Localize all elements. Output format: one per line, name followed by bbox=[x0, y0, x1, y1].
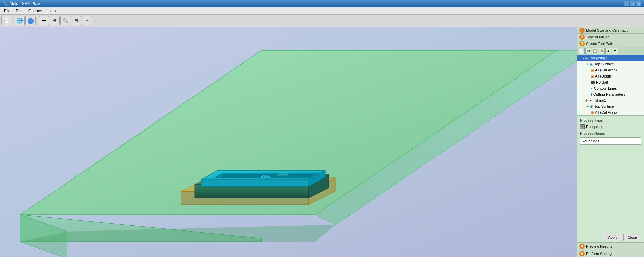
expand-icon-ts1: + bbox=[587, 62, 589, 66]
sphere-btn[interactable]: ⬤ bbox=[25, 16, 36, 25]
tree-item-top-surface-2[interactable]: + ▣ Top Surface bbox=[577, 103, 644, 109]
r3-ball-icon: ⬛ bbox=[591, 81, 595, 84]
menu-options[interactable]: Options bbox=[25, 8, 45, 14]
roughing-process-icon: ✏ bbox=[580, 124, 585, 129]
preview-results-label: Preview Results bbox=[586, 244, 612, 248]
all-depth-1-icon: ▣ bbox=[591, 74, 594, 78]
process-type-label: Process Type: bbox=[580, 118, 641, 122]
svg-marker-10 bbox=[195, 185, 309, 198]
finishing1-icon: ⚙ bbox=[585, 99, 588, 102]
expand-icon-ts2: + bbox=[587, 105, 589, 108]
copy-btn[interactable]: ⧉ bbox=[585, 48, 591, 54]
tree-item-cut-area-2[interactable]: ▣ All (Cut Area) bbox=[577, 109, 644, 115]
top-surface-1-label: Top Surface bbox=[594, 62, 614, 66]
perform-number: 5 bbox=[579, 251, 585, 256]
cut-area-1-icon: ▣ bbox=[591, 68, 594, 72]
contour-lines-icon: ≡ bbox=[591, 87, 593, 90]
pan-btn[interactable]: ⊕ bbox=[50, 16, 60, 25]
step-1-header[interactable]: 1 Model Size and Orientation bbox=[577, 27, 644, 34]
tree-item-r3-ball[interactable]: ⬛ R3 Ball bbox=[577, 79, 644, 85]
new-process-btn[interactable]: 📄 bbox=[579, 48, 585, 54]
step-3-label: Create Tool Path bbox=[586, 42, 613, 46]
cut-area-1-label: All (Cut Area) bbox=[595, 68, 617, 72]
expand-icon-roughing1: - bbox=[583, 56, 584, 60]
preview-results-item[interactable]: 4 Preview Results bbox=[577, 242, 644, 250]
move-up-btn[interactable]: ▲ bbox=[605, 48, 611, 54]
tree-section: 📄 ⧉ 📋 ✕ ▲ ▼ - ⚙ Roughing1 + ▣ Top Surf bbox=[577, 47, 644, 116]
minimize-button[interactable]: ─ bbox=[624, 1, 629, 6]
process-type-value: Roughing bbox=[586, 125, 602, 129]
menu-file[interactable]: File bbox=[1, 8, 13, 14]
expand-icon-finishing1: - bbox=[583, 99, 584, 102]
tree-item-cut-area-1[interactable]: ▣ All (Cut Area) bbox=[577, 67, 644, 73]
tree-list: - ⚙ Roughing1 + ▣ Top Surface ▣ All (Cut… bbox=[577, 55, 644, 115]
contour-lines-label: Contour Lines bbox=[594, 86, 617, 90]
svg-rect-18 bbox=[263, 176, 270, 178]
fullscreen-btn[interactable]: ✦ bbox=[82, 16, 92, 25]
app-icon: 🔧 bbox=[3, 1, 8, 6]
tree-toolbar: 📄 ⧉ 📋 ✕ ▲ ▼ bbox=[577, 47, 644, 55]
3d-scene bbox=[0, 27, 577, 257]
top-surface-2-label: Top Surface bbox=[594, 104, 614, 108]
tree-item-top-surface-1[interactable]: + ▣ Top Surface bbox=[577, 61, 644, 67]
step-3-header[interactable]: 3 Create Tool Path bbox=[577, 40, 644, 47]
tree-item-contour-lines[interactable]: ≡ Contour Lines bbox=[577, 85, 644, 91]
menubar: File Edit Options Help bbox=[0, 7, 644, 15]
step-2-number: 2 bbox=[579, 34, 585, 40]
tree-item-finishing1[interactable]: - ⚙ Finishing1 bbox=[577, 97, 644, 103]
process-type-row: ✏ Roughing bbox=[580, 124, 641, 129]
top-surface-2-icon: ▣ bbox=[590, 105, 593, 108]
roughing1-icon: ⚙ bbox=[585, 56, 588, 60]
perform-cutting-item[interactable]: 5 Perform Cutting bbox=[577, 250, 644, 257]
close-button[interactable]: ✕ bbox=[636, 1, 641, 6]
globe-btn[interactable]: 🌐 bbox=[15, 16, 25, 25]
delete-btn[interactable]: ✕ bbox=[599, 48, 605, 54]
tree-item-roughing1[interactable]: - ⚙ Roughing1 bbox=[577, 55, 644, 61]
main-area: 1 Model Size and Orientation 2 Type of M… bbox=[0, 27, 644, 257]
maximize-button[interactable]: □ bbox=[630, 1, 635, 6]
svg-marker-13 bbox=[201, 179, 309, 186]
titlebar-left: 🔧 Mold - SRP Player bbox=[3, 1, 43, 6]
titlebar: 🔧 Mold - SRP Player ─ □ ✕ bbox=[0, 0, 644, 7]
step-2-label: Type of Milling bbox=[586, 35, 609, 39]
app-title: Mold - SRP Player bbox=[10, 1, 43, 6]
move-down-btn[interactable]: ▼ bbox=[612, 48, 618, 54]
viewport[interactable] bbox=[0, 27, 577, 257]
apply-button[interactable]: Apply bbox=[604, 234, 622, 241]
perform-cutting-label: Perform Cutting bbox=[586, 252, 612, 256]
tree-item-cutting-params[interactable]: ℹ Cutting Parameters bbox=[577, 91, 644, 97]
svg-marker-20 bbox=[282, 173, 288, 176]
finishing1-label: Finishing1 bbox=[589, 98, 606, 102]
rotate-btn[interactable]: ✛ bbox=[39, 16, 49, 25]
top-surface-1-icon: ▣ bbox=[590, 62, 593, 66]
right-panel: 1 Model Size and Orientation 2 Type of M… bbox=[577, 27, 644, 257]
titlebar-controls: ─ □ ✕ bbox=[624, 1, 641, 6]
panel-buttons: Apply Close bbox=[577, 232, 644, 242]
step-3-number: 3 bbox=[579, 41, 585, 46]
cut-area-2-icon: ▣ bbox=[591, 111, 594, 114]
toolbar: 📄 🌐 ⬤ ✛ ⊕ 🔍 ⊞ ✦ bbox=[0, 15, 644, 27]
cutting-params-label: Cutting Parameters bbox=[593, 92, 625, 96]
paste-btn[interactable]: 📋 bbox=[592, 48, 598, 54]
all-depth-1-label: All (Depth) bbox=[595, 74, 612, 78]
process-name-input[interactable] bbox=[580, 137, 641, 145]
cut-area-2-label: All (Cut Area) bbox=[595, 110, 617, 114]
roughing1-label: Roughing1 bbox=[589, 56, 607, 60]
preview-number: 4 bbox=[579, 244, 585, 249]
step-1-number: 1 bbox=[579, 28, 585, 33]
zoom-btn[interactable]: 🔍 bbox=[60, 16, 70, 25]
r3-ball-label: R3 Ball bbox=[596, 80, 608, 84]
cutting-params-icon: ℹ bbox=[591, 93, 592, 96]
tree-item-all-depth-1[interactable]: ▣ All (Depth) bbox=[577, 73, 644, 79]
step-2-header[interactable]: 2 Type of Milling bbox=[577, 34, 644, 40]
close-button-panel[interactable]: Close bbox=[623, 234, 641, 241]
process-section: Process Type: ✏ Roughing Process Name: bbox=[577, 116, 644, 232]
menu-help[interactable]: Help bbox=[45, 8, 58, 14]
menu-edit[interactable]: Edit bbox=[13, 8, 25, 14]
new-file-btn[interactable]: 📄 bbox=[1, 16, 11, 25]
step-1-label: Model Size and Orientation bbox=[586, 28, 631, 32]
fit-btn[interactable]: ⊞ bbox=[71, 16, 81, 25]
process-name-label: Process Name: bbox=[580, 131, 641, 135]
